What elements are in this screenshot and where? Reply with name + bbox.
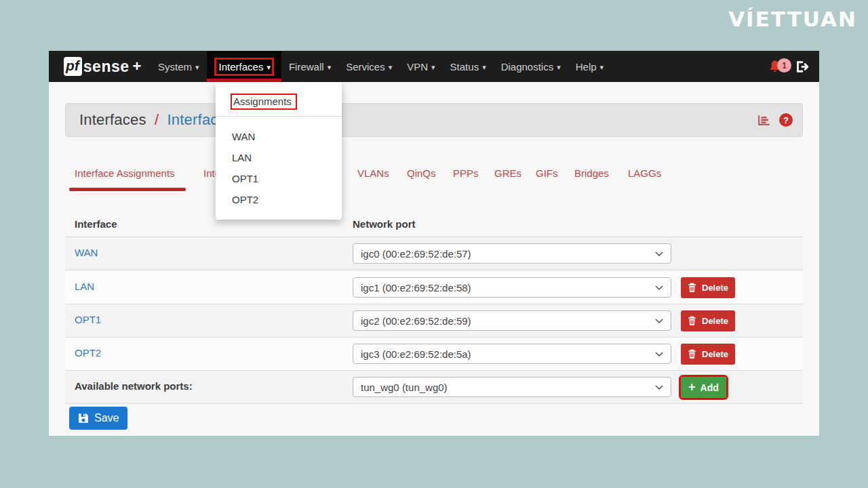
tab-bridges[interactable]: Bridges [574, 166, 609, 181]
viettuan-watermark: VÍETTUAN [728, 7, 857, 31]
pfsense-logo-pf: pf [64, 57, 82, 76]
column-header-interface: Interface [75, 218, 117, 231]
menu-interfaces-label: Interfaces [219, 61, 264, 73]
interface-link-opt1[interactable]: OPT1 [75, 314, 101, 325]
trash-icon [688, 316, 696, 326]
main-menu: System ▾ Interfaces ▾ Firewall ▾ Service… [151, 51, 611, 82]
interfaces-dropdown-menu: Assignments WAN LAN OPT1 OPT2 [216, 82, 342, 220]
delete-button[interactable]: Delete [681, 344, 735, 365]
delete-label: Delete [702, 349, 728, 359]
heading-icons: ? [757, 113, 793, 127]
assignments-annotation-box: Assignments [232, 95, 296, 108]
column-header-network-port: Network port [353, 218, 416, 231]
table-row-opt2: OPT2 igc3 (00:e2:69:52:de:5a) Delete [65, 338, 803, 371]
available-port-select[interactable]: tun_wg0 (tun_wg0) [353, 377, 671, 397]
chevron-down-icon [655, 285, 663, 290]
menu-help[interactable]: Help ▾ [568, 51, 611, 82]
pfsense-logo-sense: sense [83, 58, 130, 76]
plus-icon: + [688, 381, 696, 393]
navbar-right-cluster: 1 [768, 51, 810, 82]
menu-vpn[interactable]: VPN ▾ [399, 51, 442, 82]
active-tab-underline [69, 188, 186, 191]
selected-option: igc2 (00:e2:69:52:de:59) [361, 315, 471, 327]
menu-diagnostics[interactable]: Diagnostics ▾ [494, 51, 568, 82]
trash-icon [688, 283, 696, 293]
caret-down-icon: ▾ [482, 63, 486, 72]
chevron-down-icon [655, 352, 663, 357]
chevron-down-icon [655, 251, 663, 256]
notifications-button[interactable]: 1 [768, 60, 782, 73]
interface-link-lan[interactable]: LAN [75, 281, 94, 292]
trash-icon [688, 349, 696, 359]
menu-status-label: Status [450, 61, 479, 73]
menu-interfaces[interactable]: Interfaces ▾ [207, 51, 281, 82]
network-port-select-lan[interactable]: igc1 (00:e2:69:52:de:58) [353, 277, 671, 298]
tab-vlans[interactable]: VLANs [357, 166, 389, 181]
interface-link-wan[interactable]: WAN [75, 247, 98, 258]
delete-button[interactable]: Delete [681, 310, 735, 331]
menu-help-label: Help [576, 61, 597, 73]
network-port-select-opt1[interactable]: igc2 (00:e2:69:52:de:59) [353, 310, 671, 331]
menu-vpn-label: VPN [407, 61, 428, 73]
save-label: Save [94, 412, 119, 424]
add-label: Add [701, 382, 719, 393]
pfsense-app-window: pf sense + System ▾ Interfaces ▾ Firewal… [49, 51, 819, 436]
network-port-select-wan[interactable]: igc0 (00:e2:69:52:de:57) [353, 243, 671, 264]
page-heading-bar: Interfaces / Interface Assignments ? [65, 103, 803, 137]
tab-laggs[interactable]: LAGGs [628, 166, 661, 181]
help-icon[interactable]: ? [779, 113, 793, 127]
selected-option: igc1 (00:e2:69:52:de:58) [361, 282, 471, 293]
caret-down-icon: ▾ [328, 63, 332, 72]
menu-item-opt2[interactable]: OPT2 [216, 189, 342, 210]
interfaces-annotation-box: Interfaces ▾ [216, 60, 272, 74]
caret-down-icon: ▾ [195, 63, 199, 72]
logout-button[interactable] [795, 60, 810, 73]
table-row-lan: LAN igc1 (00:e2:69:52:de:58) Delete [65, 271, 803, 304]
table-row-available-ports: Available network ports: tun_wg0 (tun_wg… [65, 371, 803, 404]
menu-item-lan[interactable]: LAN [216, 147, 342, 168]
menu-item-assignments[interactable]: Assignments [216, 91, 342, 112]
menu-item-opt1[interactable]: OPT1 [216, 168, 342, 189]
logout-icon [795, 60, 810, 73]
tab-gifs[interactable]: GIFs [536, 166, 558, 181]
notification-count-badge: 1 [777, 58, 791, 73]
menu-divider [216, 116, 342, 117]
menu-item-wan[interactable]: WAN [216, 126, 342, 147]
pfsense-logo[interactable]: pf sense + [64, 51, 141, 82]
breadcrumb-separator: / [155, 111, 159, 128]
menu-diagnostics-label: Diagnostics [501, 61, 554, 73]
tab-interface-assignments[interactable]: Interface Assignments [75, 166, 175, 181]
menu-status[interactable]: Status ▾ [443, 51, 494, 82]
tab-qinqs[interactable]: QinQs [407, 166, 436, 181]
caret-down-icon: ▾ [431, 63, 435, 72]
chevron-down-icon [655, 385, 663, 390]
menu-system-label: System [158, 61, 192, 73]
table-row-wan: WAN igc0 (00:e2:69:52:de:57) [65, 237, 803, 270]
caret-down-icon: ▾ [600, 63, 604, 72]
selected-option: tun_wg0 (tun_wg0) [361, 382, 448, 393]
tab-gres[interactable]: GREs [494, 166, 521, 181]
pfsense-logo-plus: + [133, 58, 142, 75]
add-button[interactable]: + Add [681, 377, 726, 398]
status-chart-icon[interactable] [757, 114, 771, 127]
selected-option: igc3 (00:e2:69:52:de:5a) [361, 348, 471, 360]
caret-down-icon: ▾ [267, 63, 271, 72]
available-ports-label: Available network ports: [75, 380, 193, 392]
delete-button[interactable]: Delete [681, 277, 735, 298]
floppy-disk-icon [78, 413, 89, 424]
caret-down-icon: ▾ [557, 63, 561, 72]
network-port-select-opt2[interactable]: igc3 (00:e2:69:52:de:5a) [353, 344, 671, 364]
menu-firewall[interactable]: Firewall ▾ [281, 51, 338, 82]
table-row-opt1: OPT1 igc2 (00:e2:69:52:de:59) Delete [65, 304, 803, 338]
interface-link-opt2[interactable]: OPT2 [75, 347, 101, 359]
assignments-label: Assignments [233, 96, 292, 107]
delete-label: Delete [702, 316, 728, 326]
save-button[interactable]: Save [69, 407, 127, 430]
top-navbar: pf sense + System ▾ Interfaces ▾ Firewal… [49, 51, 819, 82]
caret-down-icon: ▾ [389, 63, 393, 72]
chevron-down-icon [655, 319, 663, 323]
menu-services[interactable]: Services ▾ [338, 51, 399, 82]
menu-system[interactable]: System ▾ [151, 51, 207, 82]
tab-ppps[interactable]: PPPs [453, 166, 479, 181]
menu-services-label: Services [346, 61, 385, 73]
